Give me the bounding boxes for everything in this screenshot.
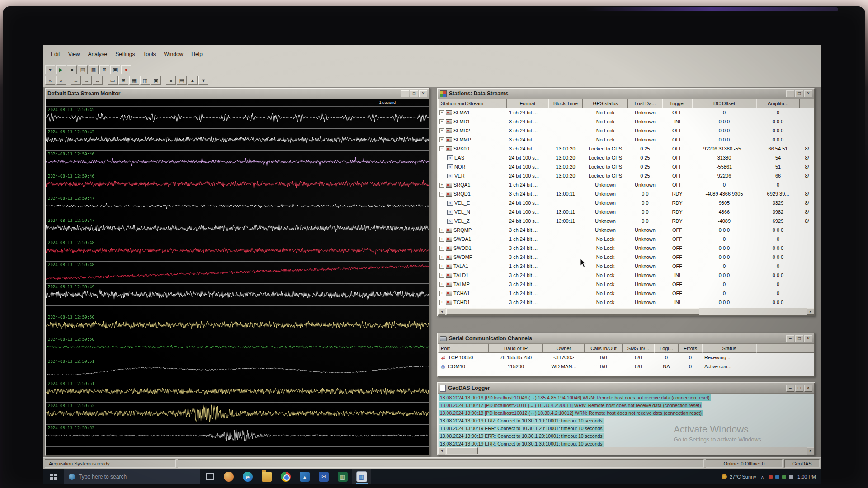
data-monitor-button[interactable]: ▤ [78,65,88,74]
serial-col-status[interactable]: Status [702,344,756,353]
stations-col-block-time[interactable]: Block Time [548,99,583,108]
tree-expand-icon[interactable]: + [439,237,444,242]
minimize-button[interactable] [786,335,794,342]
close-button[interactable] [804,385,812,392]
photos-app-taskbar-button[interactable]: ▲ [295,469,314,484]
menu-item-tools[interactable]: Tools [139,50,160,59]
tree-expand-icon[interactable]: + [439,255,444,260]
scrollbar-track[interactable] [445,447,807,455]
stations-col-amplitu-[interactable]: Amplitu... [756,99,800,108]
page-right-button[interactable]: » [56,76,66,85]
serial-col-sms-in-[interactable]: SMS In/... [623,344,654,353]
station-row-vel_n[interactable]: VEL_N24 bit 100 s...13:00:11Unknown0 0RD… [438,207,814,216]
weather-widget[interactable]: 27°C Sunny [722,474,756,479]
station-row-swdmp[interactable]: +SWDMP3 ch 24 bit ...No LockUnknownOFF0 … [438,253,814,262]
stations-col-trigger[interactable]: Trigger [662,99,692,108]
serial-col-owner[interactable]: Owner [543,344,585,353]
station-row-ver[interactable]: VER24 bit 100 s...13:00:20Locked to GPS0… [438,171,814,180]
geodas-app-taskbar-button[interactable]: ▦ [352,469,371,484]
tree-expand-icon[interactable]: + [439,246,444,251]
stations-col-lost-da-[interactable]: Lost Da... [628,99,662,108]
stop-acquisition-button[interactable]: ■ [67,65,77,74]
serial-row-com10[interactable]: ◎COM10115200WD MAN...0/00/0NA0Active con… [438,362,814,371]
scroll-right-button[interactable]: → [82,76,92,85]
stream-selector-button[interactable]: ▾ [45,65,55,74]
station-row-srqmp[interactable]: +SRQMP3 ch 24 bit ...UnknownUnknownOFF0 … [438,225,814,235]
scrollbar-track[interactable] [445,308,807,315]
spreadsheet-app-taskbar-button[interactable]: ▦ [333,469,352,484]
tree-expand-icon[interactable]: + [439,264,444,269]
rows-view-button[interactable]: ▤ [177,76,187,85]
station-row-tcha1[interactable]: +TCHA11 ch 24 bit ...No LockUnknownOFF00 [438,289,814,298]
close-button[interactable] [419,90,427,97]
chrome-browser-taskbar-button[interactable] [276,469,295,484]
menu-item-edit[interactable]: Edit [47,50,64,59]
tray-expand-icon[interactable]: ∧ [761,474,764,479]
logger-horizontal-scrollbar[interactable] [438,447,814,455]
grid-toggle-button[interactable]: ⊞ [118,76,128,85]
menu-item-analyse[interactable]: Analyse [84,50,111,59]
channel-select-button[interactable]: ▣ [110,65,120,74]
maximize-button[interactable] [795,385,803,392]
scroll-left-arrow-icon[interactable] [438,447,445,454]
tree-expand-icon[interactable]: + [439,228,444,233]
fit-width-button[interactable]: ↔ [93,76,103,85]
menu-item-window[interactable]: Window [160,50,188,59]
close-button[interactable] [804,335,812,342]
minimize-button[interactable] [786,90,794,97]
tray-icon-3[interactable] [782,475,786,479]
amplitude-up-button[interactable]: ▲ [188,76,198,85]
serial-col-extra[interactable] [756,344,814,353]
stations-col-dc-offset[interactable]: DC Offset [692,99,756,108]
serial-col-baud-or-ip[interactable]: Baud or IP [489,344,543,353]
split-view-button[interactable]: ◫ [140,76,150,85]
app-name-badge[interactable]: GeoDAS [784,459,820,468]
station-row-tchd1[interactable]: +TCHD13 ch 24 bit ...No LockUnknownINI0 … [438,298,814,307]
amplitude-down-button[interactable]: ▼ [198,76,208,85]
stations-col-gps-status[interactable]: GPS status [583,99,628,108]
station-row-nor[interactable]: NOR24 bit 100 s...13:00:20Locked to GPS0… [438,162,814,171]
station-row-srqa1[interactable]: +SRQA11 ch 24 bit ...UnknownUnknownOFF00 [438,180,814,189]
logger-title-bar[interactable]: GeoDAS Logger [438,383,814,394]
tree-expand-icon[interactable]: + [439,110,444,115]
scrollbar-thumb[interactable] [446,308,699,315]
edge-browser-taskbar-button[interactable]: e [238,469,257,484]
close-button[interactable] [804,90,812,97]
stations-col-extra[interactable] [800,99,814,108]
minimize-button[interactable] [786,385,794,392]
menu-item-settings[interactable]: Settings [111,50,139,59]
station-row-swda1[interactable]: +SWDA11 ch 24 bit ...No LockUnknownOFF00 [438,235,814,244]
new-monitor-button[interactable]: ⊞ [99,65,109,74]
task-view-button[interactable] [200,469,219,484]
zoom-window-button[interactable]: ▭ [108,76,118,85]
tree-expand-icon[interactable]: + [439,273,444,278]
stations-col-station-and-stream[interactable]: Station and Stream [438,99,507,108]
search-input[interactable]: Type here to search [64,469,200,484]
stations-table-button[interactable]: ▦ [89,65,99,74]
station-row-eas[interactable]: EAS24 bit 100 s...13:00:20Locked to GPS0… [438,153,814,162]
news-app-taskbar-button[interactable] [219,469,238,484]
station-row-slmmp[interactable]: +SLMMP3 ch 24 bit ...No LockUnknownOFF0 … [438,135,814,144]
scroll-left-button[interactable]: ← [71,76,81,85]
scroll-right-arrow-icon[interactable] [807,308,814,315]
serial-title-bar[interactable]: Serial Communication Channels [438,333,814,344]
maximize-button[interactable] [410,90,418,97]
station-row-srk00[interactable]: −SRK003 ch 24 bit ...13:00:20Locked to G… [438,144,814,153]
tree-expand-icon[interactable]: + [439,291,444,296]
tree-expand-icon[interactable]: − [439,192,444,197]
tree-expand-icon[interactable]: + [439,282,444,287]
trace-list-button[interactable]: ≡ [166,76,176,85]
station-row-vel_z[interactable]: VEL_Z24 bit 100 s...13:00:11Unknown0 0RD… [438,216,814,225]
tree-expand-icon[interactable]: + [439,137,444,142]
select-region-button[interactable]: ▣ [151,76,161,85]
maximize-button[interactable] [795,90,803,97]
serial-col-calls-in-out[interactable]: Calls In/Out [585,344,623,353]
stations-col-format[interactable]: Format [507,99,548,108]
scroll-right-arrow-icon[interactable] [807,447,814,454]
start-acquisition-button[interactable]: ▶ [56,65,66,74]
serial-row-tcp-10050[interactable]: ⇄TCP 1005078.155.85.250<TLA00>0/00/000Re… [438,353,814,362]
serial-col-errors[interactable]: Errors [679,344,702,353]
station-row-slmd2[interactable]: +SLMD23 ch 24 bit ...No LockUnknownOFF0 … [438,126,814,135]
serial-col-logi-[interactable]: Logi... [654,344,679,353]
station-row-tald1[interactable]: +TALD13 ch 24 bit ...No LockUnknownINI0 … [438,271,814,280]
